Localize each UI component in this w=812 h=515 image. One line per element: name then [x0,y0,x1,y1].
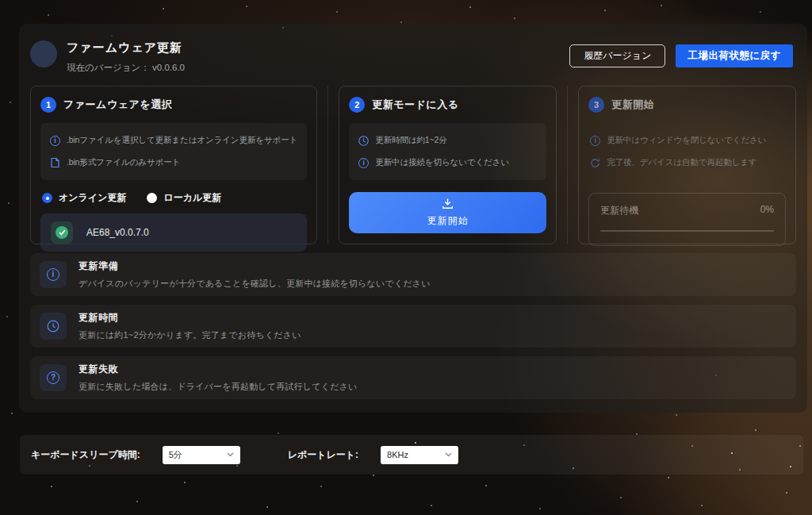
info-row-update-time: 更新時間 更新には約1~2分かかります。完了までお待ちください [30,305,796,348]
step3-title: 更新開始 [611,98,654,112]
note-line: i 更新中はウィンドウを閉じないでください [590,129,784,152]
note-text: .bin形式ファイルのみサポート [67,157,180,168]
radio-online-update[interactable]: オンライン更新 [42,191,126,205]
step2-header: 2 更新モードに入る [349,97,546,113]
note-text: 完了後、デバイスは自動で再起動します [607,157,756,168]
step2-number-badge: 2 [349,97,365,113]
info-row-desc: 更新に失敗した場合は、ドライバーを再起動して再試行してください [79,381,358,393]
check-icon [56,226,68,239]
keyboard-sleep-value: 5分 [169,449,182,461]
step2-notes: 更新時間は約1~2分 i 更新中は接続を切らないでください [349,123,546,180]
note-line: i .binファイルを選択して更新またはオンライン更新をサポート [50,129,297,152]
keyboard-sleep-label: キーボードスリープ時間: [31,448,140,462]
info-row-text: 更新準備 デバイスのバッテリーが十分であることを確認し、更新中は接続を切らないで… [79,259,431,290]
note-line: .bin形式ファイルのみサポート [50,152,297,174]
question-icon: ? [40,364,67,391]
note-text: 更新中は接続を切らないでください [375,157,509,168]
info-row-text: 更新失敗 更新に失敗した場合は、ドライバーを再起動して再試行してください [79,363,358,393]
header-buttons: 履歴バージョン 工場出荷状態に戻す [569,44,793,67]
radio-unselected-icon [147,193,157,203]
step-card-enter-update-mode: 2 更新モードに入る 更新時間は約1~2分 i 更新中は接続を切らないでください [339,86,557,244]
panel-header: ファームウェア更新 現在のバージョン： v0.0.6.0 履歴バージョン 工場出… [30,24,796,86]
steps-row: 1 ファームウェアを選択 i .binファイルを選択して更新またはオンライン更新… [30,86,796,244]
radio-selected-icon [42,193,52,203]
step3-number-badge: 3 [588,97,604,113]
history-version-button[interactable]: 履歴バージョン [569,44,665,67]
starfield-background [0,0,2,2]
step-card-update-start: 3 更新開始 i 更新中はウィンドウを閉じないでください 完了後、デバイスは自動… [578,86,796,244]
chevron-down-icon [227,452,234,457]
report-rate-value: 8KHz [387,450,408,459]
progress-percent: 0% [760,204,774,217]
info-row-text: 更新時間 更新には約1~2分かかります。完了までお待ちください [79,311,301,341]
start-update-button[interactable]: 更新開始 [349,192,546,233]
step3-notes: i 更新中はウィンドウを閉じないでください 完了後、デバイスは自動で再起動します [588,123,786,180]
info-icon: i [40,261,67,288]
step-divider [567,86,568,244]
start-update-label: 更新開始 [427,214,469,228]
note-line: i 更新中は接続を切らないでください [358,152,537,174]
step2-title: 更新モードに入る [372,98,458,112]
firmware-file-item[interactable]: AE68_v0.0.7.0 [40,213,307,252]
clock-icon [40,313,67,340]
note-text: 更新中はウィンドウを閉じないでください [607,135,766,146]
info-row-title: 更新失敗 [79,363,358,376]
clock-icon [358,136,369,146]
progress-bar [600,230,774,232]
restart-icon [590,158,600,168]
info-icon: i [50,136,60,146]
radio-local-update[interactable]: ローカル更新 [147,191,221,205]
update-mode-radios: オンライン更新 ローカル更新 [40,191,307,205]
header-text: ファームウェア更新 現在のバージョン： v0.0.6.0 [67,40,185,74]
step-card-select-firmware: 1 ファームウェアを選択 i .binファイルを選択して更新またはオンライン更新… [30,86,317,244]
info-row-desc: デバイスのバッテリーが十分であることを確認し、更新中は接続を切らないでください [79,278,431,290]
page-title: ファームウェア更新 [67,40,185,56]
firmware-file-name: AE68_v0.0.7.0 [86,227,149,238]
radio-label: ローカル更新 [163,191,221,205]
info-row-update-failure: ? 更新失敗 更新に失敗した場合は、ドライバーを再起動して再試行してください [30,356,796,399]
info-icon: i [358,158,369,168]
device-avatar [30,40,57,67]
info-row-desc: 更新には約1~2分かかります。完了までお待ちください [79,329,301,341]
current-version-label: 現在のバージョン： v0.0.6.0 [67,62,185,74]
factory-reset-button[interactable]: 工場出荷状態に戻す [676,44,793,67]
step3-header: 3 更新開始 [588,97,786,113]
progress-header: 更新待機 0% [600,204,774,217]
info-row-update-preparation: i 更新準備 デバイスのバッテリーが十分であることを確認し、更新中は接続を切らな… [30,253,796,296]
progress-label: 更新待機 [600,204,638,217]
note-text: .binファイルを選択して更新またはオンライン更新をサポート [67,135,297,146]
step1-title: ファームウェアを選択 [63,98,172,112]
info-row-title: 更新準備 [79,259,431,273]
step-divider [327,86,328,244]
note-line: 完了後、デバイスは自動で再起動します [590,152,784,174]
step1-number-badge: 1 [40,97,56,113]
info-row-title: 更新時間 [79,311,301,325]
chevron-down-icon [445,452,452,457]
firmware-update-panel: ファームウェア更新 現在のバージョン： v0.0.6.0 履歴バージョン 工場出… [19,24,807,413]
update-progress-box: 更新待機 0% [588,193,786,246]
note-text: 更新時間は約1~2分 [375,135,446,146]
step1-notes: i .binファイルを選択して更新またはオンライン更新をサポート .bin形式フ… [40,123,307,180]
report-rate-label: レポートレート: [288,448,358,462]
info-icon: i [590,136,600,146]
report-rate-select[interactable]: 8KHz [381,446,458,464]
note-line: 更新時間は約1~2分 [358,129,537,152]
keyboard-sleep-select[interactable]: 5分 [163,446,240,464]
download-icon [442,198,454,209]
footer-settings-bar: キーボードスリープ時間: 5分 レポートレート: 8KHz [20,435,803,475]
file-icon [50,157,60,168]
check-tile [51,221,73,244]
step1-header: 1 ファームウェアを選択 [40,97,307,113]
radio-label: オンライン更新 [59,191,126,205]
